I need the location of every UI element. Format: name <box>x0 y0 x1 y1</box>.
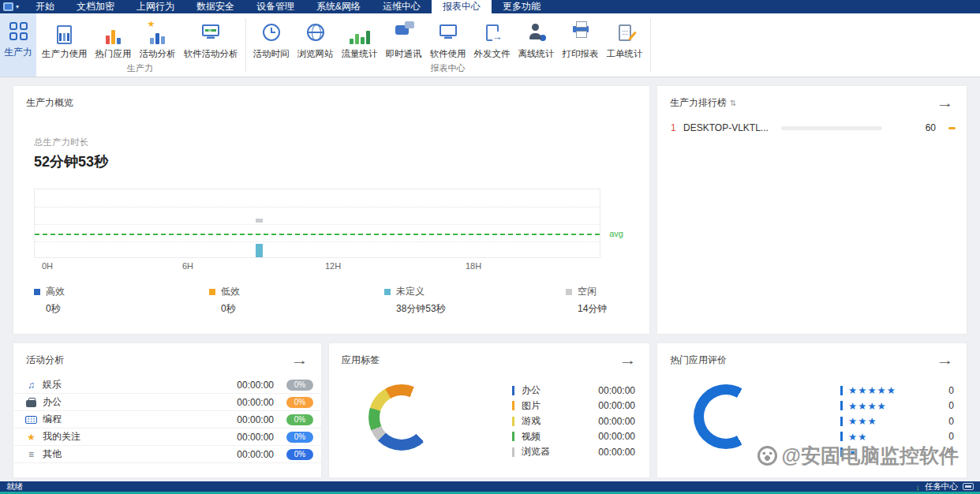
idle-bar <box>256 219 263 223</box>
send-file-icon <box>482 20 503 45</box>
gridline <box>35 224 600 225</box>
monitor-icon <box>438 20 458 45</box>
ratings-arc-chart <box>694 384 758 449</box>
menu-tab-more[interactable]: 更多功能 <box>492 0 552 13</box>
ribbon-item-label: 软件活动分析 <box>184 48 238 60</box>
activity-label: 办公 <box>43 395 62 409</box>
ribbon-group-label: 报表中心 <box>248 62 649 77</box>
card-productivity-overview: 生产力概览 总生产力时长 52分钟53秒 avg 0H 6H 12H 18H 高… <box>13 85 650 335</box>
legend-label: 未定义 <box>396 285 425 298</box>
device-name: DESKTOP-VLKTL... <box>683 122 778 133</box>
legend-tick <box>840 386 843 395</box>
screen-icon[interactable] <box>963 483 974 490</box>
keyboard-icon <box>24 416 38 424</box>
rating-row-3: ★★★ 0 <box>840 414 954 429</box>
card-title: 应用标签 <box>342 354 380 367</box>
percent-badge: 0% <box>286 397 313 408</box>
tag-time: 00:00:00 <box>598 416 635 427</box>
star-rating: ★★★★★ <box>848 384 896 396</box>
legend-tick <box>512 432 514 441</box>
arrow-right-icon[interactable]: → <box>619 354 637 367</box>
ribbon-item-label: 工单统计 <box>607 48 643 60</box>
legend-swatch <box>384 289 391 295</box>
menu-bar: ▾ 开始 文档加密 上网行为 数据安全 设备管理 系统&网络 运维中心 报表中心… <box>0 0 980 13</box>
task-center-button[interactable]: 任务中心 <box>925 481 958 492</box>
ribbon-item-offline-stats[interactable]: 离线统计 <box>514 20 559 60</box>
app-tags-donut-chart <box>368 384 435 451</box>
activity-label: 编程 <box>43 413 62 426</box>
ribbon-item-software-usage[interactable]: 软件使用 <box>426 20 470 60</box>
app-menu-button[interactable]: ▾ <box>0 0 24 13</box>
productivity-featured-button[interactable]: 生产力 <box>0 13 36 77</box>
ribbon-item-print-reports[interactable]: 打印报表 <box>559 20 603 60</box>
ribbon-item-traffic-stats[interactable]: 流量统计 <box>338 20 382 60</box>
menu-tab-report-center[interactable]: 报表中心 <box>432 0 492 13</box>
rating-row-4: ★★★★ 0 <box>840 399 954 414</box>
menu-tab-system-network[interactable]: 系统&网络 <box>305 0 372 13</box>
ribbon-item-label: 活动时间 <box>253 48 290 60</box>
traffic-chart-icon <box>350 20 370 45</box>
activity-label: 其他 <box>43 447 62 461</box>
ribbon-item-software-activity-analysis[interactable]: 软件活动分析 <box>180 20 242 60</box>
ribbon-item-instant-messaging[interactable]: 即时通讯 <box>382 20 426 60</box>
rating-count: 0 <box>948 400 954 411</box>
legend-swatch <box>566 289 572 295</box>
legend-tick <box>512 447 514 457</box>
progress-track <box>781 126 882 130</box>
card-title: 热门应用评价 <box>670 354 727 367</box>
percent-badge: 0% <box>286 414 313 425</box>
legend-label: 空闲 <box>578 285 597 298</box>
rating-count: 0 <box>948 416 954 427</box>
printer-icon <box>570 20 591 45</box>
ribbon-item-label: 打印报表 <box>563 48 599 60</box>
menu-tab-web-behavior[interactable]: 上网行为 <box>125 0 185 13</box>
productivity-timeline-chart: avg <box>34 189 600 258</box>
status-ready-label: 就绪 <box>6 481 23 492</box>
ribbon-item-productivity-usage[interactable]: 生产力使用 <box>38 20 92 60</box>
legend-item-efficient: 高效 0秒 <box>34 285 65 316</box>
percent-badge: 0% <box>286 449 313 460</box>
ribbon-item-outgoing-files[interactable]: 外发文件 <box>470 20 514 60</box>
legend-swatch <box>209 289 215 295</box>
card-activity-analysis: 活动分析 → ♫ 娱乐 00:00:00 0% 办公 00:00:00 0% <box>13 342 322 478</box>
card-app-tags: 应用标签 → 办公 00:00:00 图片 00:00:00 游戏 <box>328 342 650 478</box>
x-tick: 6H <box>182 261 193 271</box>
menu-tab-doc-encryption[interactable]: 文档加密 <box>65 0 125 13</box>
ranking-row[interactable]: 1 DESKTOP-VLKTL... 60 <box>671 122 956 133</box>
total-productivity-label: 总生产力时长 <box>34 137 88 148</box>
legend-item-undefined: 未定义 38分钟53秒 <box>384 285 446 316</box>
percent-badge: 0% <box>286 432 313 443</box>
legend-value: 0秒 <box>46 302 65 316</box>
activity-label: 我的关注 <box>43 430 80 443</box>
ribbon-item-hot-apps[interactable]: 热门应用 <box>92 20 136 60</box>
clock-icon <box>261 20 282 45</box>
arrow-right-icon[interactable]: → <box>937 354 954 367</box>
ribbon-item-label: 活动分析 <box>140 48 176 60</box>
watermark-logo-icon <box>757 446 777 466</box>
watermark-text: @安固电脑监控软件 <box>782 443 959 469</box>
menu-tab-start[interactable]: 开始 <box>24 0 65 13</box>
ribbon-item-ticket-stats[interactable]: 工单统计 <box>603 20 647 60</box>
x-tick: 18H <box>466 261 481 271</box>
card-title: 活动分析 <box>26 354 64 367</box>
sort-icon[interactable]: ⇅ <box>730 99 736 107</box>
arrow-right-icon[interactable]: → <box>291 354 309 367</box>
menu-tab-device-mgmt[interactable]: 设备管理 <box>245 0 305 13</box>
ribbon-item-label: 软件使用 <box>430 48 466 60</box>
monitor-chart-icon <box>200 20 221 45</box>
menu-tab-ops-center[interactable]: 运维中心 <box>372 0 432 13</box>
undefined-bar <box>256 244 263 257</box>
ribbon-item-activity-analysis[interactable]: 活动分析 <box>136 20 180 60</box>
legend-value: 38分钟53秒 <box>396 302 446 316</box>
star-rating: ★★ <box>848 431 867 443</box>
star-icon: ★ <box>24 432 38 443</box>
ribbon-item-browse-websites[interactable]: 浏览网站 <box>294 20 338 60</box>
activity-time: 00:00:00 <box>237 414 274 425</box>
menu-tab-data-security[interactable]: 数据安全 <box>185 0 245 13</box>
globe-icon <box>305 20 326 45</box>
card-title: 生产力排行榜⇅ <box>670 96 736 110</box>
star-chart-icon <box>148 20 168 45</box>
ribbon-item-activity-time[interactable]: 活动时间 <box>249 20 294 60</box>
rating-count: 0 <box>948 431 954 442</box>
arrow-right-icon[interactable]: → <box>937 97 954 110</box>
